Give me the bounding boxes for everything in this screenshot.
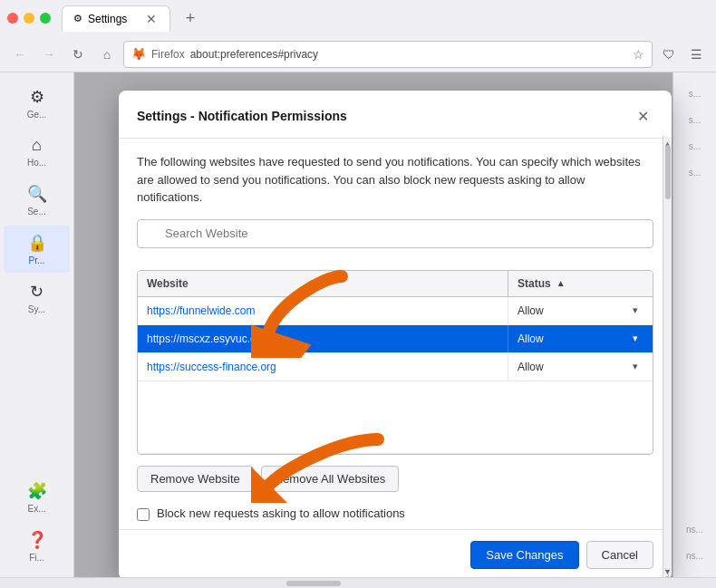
sidebar-general-label: Ge... xyxy=(27,110,47,120)
sidebar-find-label: Fi... xyxy=(29,553,44,563)
sidebar-privacy-label: Pr... xyxy=(29,255,45,265)
general-icon: ⚙ xyxy=(30,87,44,107)
dialog-body: The following websites have requested to… xyxy=(119,139,672,529)
search-wrapper: 🔍 xyxy=(137,219,653,259)
notification-permissions-dialog: Settings - Notification Permissions ✕ Th… xyxy=(119,91,672,577)
back-button[interactable]: ← xyxy=(7,42,33,67)
browser-window: ⚙ Settings ✕ + ← → ↻ ⌂ 🦊 Firefox about:p… xyxy=(0,0,716,588)
right-sidebar-item-2: s... xyxy=(673,108,716,132)
checkbox-label: Block new requests asking to allow notif… xyxy=(157,506,405,520)
tab-label: Settings xyxy=(88,13,127,25)
window-minimize[interactable] xyxy=(24,13,34,24)
row-url-1: https://funnelwide.com xyxy=(138,297,508,324)
right-sidebar-item-5: ns... xyxy=(673,517,716,542)
browser-label: Firefox xyxy=(151,48,185,61)
sidebar-item-privacy[interactable]: 🔒 Pr... xyxy=(4,226,70,273)
sidebar-home-label: Ho... xyxy=(27,158,46,168)
table-row-3[interactable]: https://success-finance.org Allow ▾ xyxy=(138,353,653,381)
browser-tab-settings[interactable]: ⚙ Settings ✕ xyxy=(62,5,170,32)
forward-button[interactable]: → xyxy=(36,42,62,67)
find-icon: ❓ xyxy=(27,530,47,550)
page-background: s... s... s... s... ns... ns... Settings… xyxy=(74,72,716,577)
dialog-scrollbar: ▲ ▼ xyxy=(663,136,672,577)
status-dropdown-1[interactable]: ▾ xyxy=(627,303,643,319)
home-button[interactable]: ⌂ xyxy=(94,42,120,67)
right-sidebar-item-4: s... xyxy=(673,160,716,185)
save-changes-button[interactable]: Save Changes xyxy=(470,541,578,569)
status-dropdown-3[interactable]: ▾ xyxy=(627,359,643,375)
scrollbar-thumb[interactable] xyxy=(665,145,671,199)
search-sidebar-icon: 🔍 xyxy=(27,184,47,204)
bottom-scrollbar xyxy=(0,577,716,588)
checkbox-row: Block new requests asking to allow notif… xyxy=(137,506,653,521)
sidebar-item-general[interactable]: ⚙ Ge... xyxy=(4,80,70,127)
right-sidebar-item-1: s... xyxy=(673,82,716,106)
sidebar-item-search[interactable]: 🔍 Se... xyxy=(4,177,70,224)
row-status-1: Allow ▾ xyxy=(508,297,653,324)
status-col-label: Status xyxy=(518,277,551,290)
status-label-2: Allow xyxy=(518,333,544,345)
address-bar[interactable]: 🦊 Firefox about:preferences#privacy ☆ xyxy=(123,41,653,68)
nav-bar: ← → ↻ ⌂ 🦊 Firefox about:preferences#priv… xyxy=(0,36,716,72)
extensions-icon: 🧩 xyxy=(27,481,47,501)
dialog-close-button[interactable]: ✕ xyxy=(632,105,653,127)
dialog-description: The following websites have requested to… xyxy=(137,153,653,207)
sidebar-sync-label: Sy... xyxy=(28,304,45,314)
table-actions: Remove Website Remove All Websites xyxy=(137,466,653,492)
table-row-selected[interactable]: https://mscxz.esyvuc.com Allow ▾ xyxy=(138,325,653,353)
home-icon: ⌂ xyxy=(32,136,42,155)
scrollbar-track: ▲ ▼ xyxy=(663,136,672,577)
status-dropdown-2[interactable]: ▾ xyxy=(627,331,643,347)
sidebar-item-sync[interactable]: ↻ Sy... xyxy=(4,275,70,322)
title-bar: ⚙ Settings ✕ + xyxy=(0,0,716,36)
window-maximize[interactable] xyxy=(40,13,51,24)
table-row[interactable]: https://funnelwide.com Allow ▾ xyxy=(138,297,653,325)
window-close[interactable] xyxy=(7,13,18,24)
sidebar-ext-label: Ex... xyxy=(27,504,45,514)
resize-handle[interactable]: ⌟ xyxy=(665,568,670,577)
sidebar-search-label: Se... xyxy=(27,207,46,217)
settings-tab-icon: ⚙ xyxy=(73,13,82,24)
horizontal-scrollbar-thumb[interactable] xyxy=(286,581,341,586)
sync-icon: ↻ xyxy=(30,282,44,302)
address-url: about:preferences#privacy xyxy=(190,48,318,61)
shield-icon[interactable]: 🛡 xyxy=(656,42,682,67)
cancel-button[interactable]: Cancel xyxy=(586,541,653,569)
col-header-status[interactable]: Status ▲ xyxy=(508,271,653,296)
table-empty-space xyxy=(138,381,653,454)
permissions-table: Website Status ▲ https://funnelwide.com … xyxy=(137,270,653,455)
sidebar-item-home[interactable]: ⌂ Ho... xyxy=(4,129,70,175)
block-requests-checkbox[interactable] xyxy=(137,508,150,521)
right-sidebar-item-3: s... xyxy=(673,134,716,159)
sidebar-item-find[interactable]: ❓ Fi... xyxy=(4,523,70,570)
sidebar: ⚙ Ge... ⌂ Ho... 🔍 Se... 🔒 Pr... ↻ Sy... xyxy=(0,72,74,577)
table-header: Website Status ▲ xyxy=(138,271,653,297)
right-sidebar-item-6: ns... xyxy=(673,544,716,568)
col-header-website: Website xyxy=(138,271,508,296)
firefox-logo-icon: 🦊 xyxy=(131,47,146,61)
tab-close-button[interactable]: ✕ xyxy=(144,12,159,26)
remove-website-button[interactable]: Remove Website xyxy=(137,466,254,492)
bookmark-star-icon[interactable]: ☆ xyxy=(633,47,644,62)
dialog-title: Settings - Notification Permissions xyxy=(137,109,347,123)
dialog-footer: Save Changes Cancel xyxy=(119,529,672,577)
row-url-2: https://mscxz.esyvuc.com xyxy=(138,325,508,352)
nav-right-icons: 🛡 ☰ xyxy=(656,42,709,67)
status-label-1: Allow xyxy=(518,304,544,317)
remove-all-websites-button[interactable]: Remove All Websites xyxy=(261,466,400,492)
sidebar-item-extensions[interactable]: 🧩 Ex... xyxy=(4,474,70,521)
content-area: ⚙ Ge... ⌂ Ho... 🔍 Se... 🔒 Pr... ↻ Sy... xyxy=(0,72,716,577)
sort-arrow-icon: ▲ xyxy=(556,278,566,288)
status-label-3: Allow xyxy=(518,361,544,373)
privacy-icon: 🔒 xyxy=(27,233,47,253)
dialog-header: Settings - Notification Permissions ✕ xyxy=(119,91,672,139)
new-tab-button[interactable]: + xyxy=(178,5,203,31)
row-url-3: https://success-finance.org xyxy=(138,353,508,381)
reload-button[interactable]: ↻ xyxy=(65,42,91,67)
search-website-input[interactable] xyxy=(137,219,653,248)
row-status-3: Allow ▾ xyxy=(508,353,653,381)
row-status-2: Allow ▾ xyxy=(508,325,653,352)
menu-button[interactable]: ☰ xyxy=(683,42,709,67)
